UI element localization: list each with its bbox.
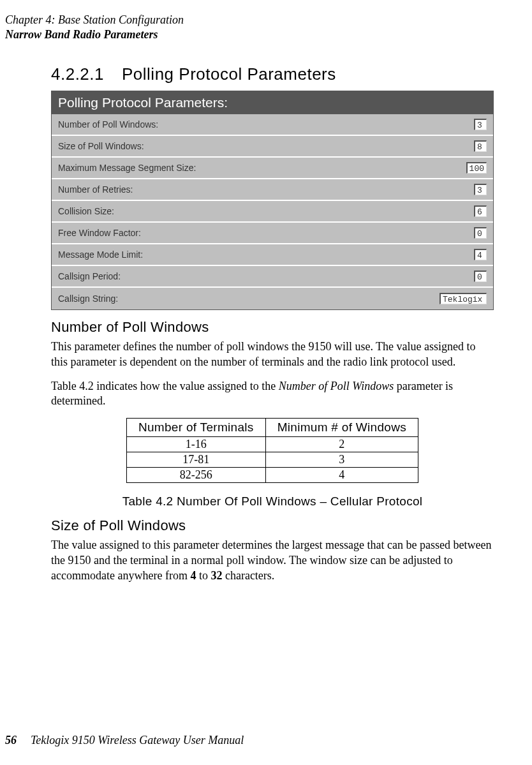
section-title: Polling Protocol Parameters: [122, 64, 336, 84]
param-label: Message Mode Limit:: [58, 249, 143, 260]
param-label: Maximum Message Segment Size:: [58, 163, 196, 173]
bold: 32: [211, 569, 222, 582]
row-callsign-string: Callsign String: Teklogix: [52, 288, 493, 309]
paragraph: The value assigned to this parameter det…: [51, 538, 494, 583]
table-cell: 4: [265, 468, 418, 483]
table-row: 17-81 3: [126, 452, 418, 468]
chapter-title: Chapter 4: Base Station Configuration: [5, 13, 494, 27]
polling-params-panel: Polling Protocol Parameters: Number of P…: [51, 91, 494, 310]
subheading-number-of-poll-windows: Number of Poll Windows: [51, 319, 494, 336]
subheading-size-of-poll-windows: Size of Poll Windows: [51, 517, 494, 534]
table-4-2: Number of Terminals Minimum # of Windows…: [126, 418, 418, 483]
table-row: Number of Terminals Minimum # of Windows: [126, 419, 418, 437]
number-of-retries-input[interactable]: 3: [474, 184, 487, 195]
table-cell: 1-16: [126, 437, 265, 452]
table-row: 82-256 4: [126, 468, 418, 483]
row-message-mode-limit: Message Mode Limit: 4: [52, 244, 493, 266]
text: to: [196, 569, 211, 582]
emphasis: Number of Poll Windows: [279, 380, 394, 392]
number-of-poll-windows-input[interactable]: 3: [474, 119, 487, 130]
row-collision-size: Collision Size: 6: [52, 201, 493, 223]
param-label: Collision Size:: [58, 206, 114, 216]
table-cell: 82-256: [126, 468, 265, 483]
table-caption: Table 4.2 Number Of Poll Windows – Cellu…: [51, 494, 494, 509]
param-label: Free Window Factor:: [58, 228, 141, 238]
param-label: Number of Retries:: [58, 184, 133, 195]
page-number: 56: [5, 734, 17, 746]
collision-size-input[interactable]: 6: [474, 205, 487, 217]
param-label: Number of Poll Windows:: [58, 119, 158, 130]
text: characters.: [222, 569, 274, 582]
row-callsign-period: Callsign Period: 0: [52, 266, 493, 288]
page-footer: 56Teklogix 9150 Wireless Gateway User Ma…: [5, 734, 244, 747]
panel-title: Polling Protocol Parameters:: [52, 91, 493, 114]
row-number-of-poll-windows: Number of Poll Windows: 3: [52, 114, 493, 136]
text: Table 4.2 indicates how the value assign…: [51, 380, 279, 392]
table-header-windows: Minimum # of Windows: [265, 419, 418, 437]
table-cell: 2: [265, 437, 418, 452]
row-free-window-factor: Free Window Factor: 0: [52, 223, 493, 244]
table-cell: 17-81: [126, 452, 265, 468]
param-label: Callsign String:: [58, 293, 118, 304]
table-cell: 3: [265, 452, 418, 468]
book-title: Teklogix 9150 Wireless Gateway User Manu…: [31, 734, 244, 746]
section-heading: 4.2.2.1Polling Protocol Parameters: [51, 64, 494, 84]
size-of-poll-windows-input[interactable]: 8: [474, 140, 487, 152]
paragraph: Table 4.2 indicates how the value assign…: [51, 379, 494, 410]
free-window-factor-input[interactable]: 0: [474, 227, 487, 239]
table-header-terminals: Number of Terminals: [126, 419, 265, 437]
row-max-message-segment-size: Maximum Message Segment Size: 100: [52, 158, 493, 179]
param-label: Callsign Period:: [58, 271, 121, 281]
section-number: 4.2.2.1: [51, 64, 104, 84]
table-row: 1-16 2: [126, 437, 418, 452]
row-number-of-retries: Number of Retries: 3: [52, 179, 493, 201]
max-message-segment-size-input[interactable]: 100: [466, 162, 487, 174]
row-size-of-poll-windows: Size of Poll Windows: 8: [52, 136, 493, 158]
callsign-period-input[interactable]: 0: [474, 271, 487, 282]
callsign-string-input[interactable]: Teklogix: [440, 293, 487, 304]
section-name: Narrow Band Radio Parameters: [5, 27, 494, 42]
paragraph: This parameter defines the number of pol…: [51, 339, 494, 370]
param-label: Size of Poll Windows:: [58, 141, 144, 151]
page-header: Chapter 4: Base Station Configuration Na…: [0, 13, 494, 41]
content-area: 4.2.2.1Polling Protocol Parameters Polli…: [0, 64, 494, 583]
page: Chapter 4: Base Station Configuration Na…: [0, 0, 532, 765]
message-mode-limit-input[interactable]: 4: [474, 249, 487, 260]
